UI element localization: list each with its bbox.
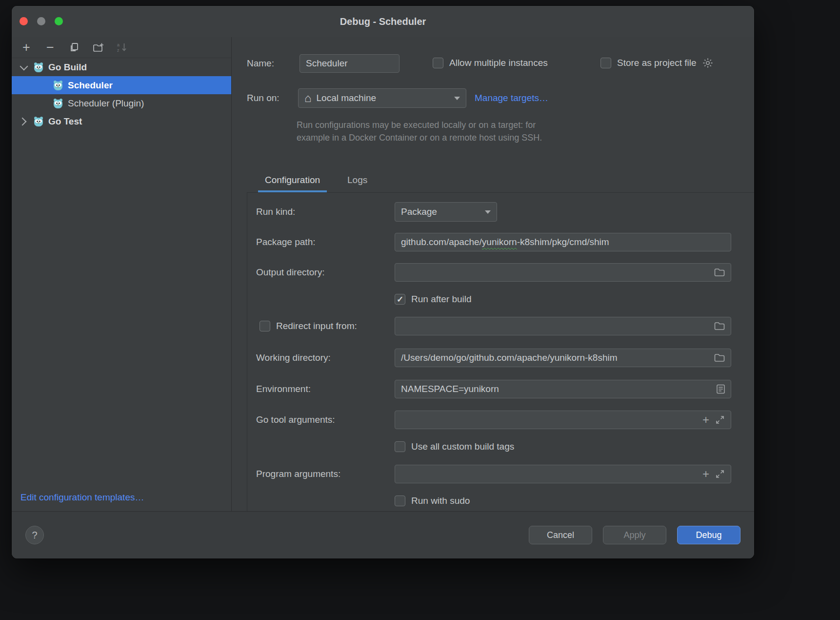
tree-group-go-test[interactable]: Go Test [12, 112, 231, 130]
use-custom-build-tags-label: Use all custom build tags [411, 441, 514, 452]
apply-button[interactable]: Apply [603, 526, 666, 544]
help-button[interactable]: ? [25, 526, 44, 544]
go-tool-arguments-label: Go tool arguments: [256, 414, 335, 425]
chevron-down-icon [485, 210, 491, 214]
program-arguments-input[interactable]: + [395, 465, 731, 483]
add-macro-icon[interactable]: + [702, 415, 709, 425]
chevron-down-icon[interactable] [20, 62, 28, 70]
package-path-suffix: -k8shim/pkg/cmd/shim [517, 237, 609, 248]
svg-text:a: a [117, 42, 120, 47]
add-configuration-icon[interactable]: + [20, 41, 32, 53]
tree-group-go-build[interactable]: Go Build [12, 58, 231, 76]
run-kind-label: Run kind: [256, 207, 295, 217]
browse-folder-icon[interactable] [714, 268, 725, 277]
home-icon: ⌂ [304, 93, 312, 103]
close-window-button[interactable] [20, 17, 28, 25]
window-title: Debug - Scheduler [340, 16, 426, 27]
zoom-window-button[interactable] [55, 17, 63, 25]
edit-configuration-templates-link[interactable]: Edit configuration templates… [20, 492, 144, 503]
run-with-sudo-label: Run with sudo [411, 496, 470, 506]
go-tool-arguments-input[interactable]: + [395, 411, 731, 429]
store-as-project-file-checkbox[interactable] [600, 58, 611, 68]
titlebar: Debug - Scheduler [12, 6, 754, 37]
environment-label: Environment: [256, 384, 311, 394]
environment-input[interactable]: NAMESPACE=yunikorn [395, 380, 731, 398]
gear-icon[interactable] [702, 58, 713, 68]
debug-button[interactable]: Debug [677, 526, 740, 544]
tree-item-label: Scheduler [68, 80, 113, 91]
redirect-input-input[interactable] [395, 317, 731, 335]
expand-field-icon[interactable] [715, 415, 725, 425]
chevron-down-icon [454, 97, 460, 100]
run-on-hint: Run configurations may be executed local… [297, 119, 542, 144]
redirect-input-row: Redirect input from: [260, 321, 357, 331]
run-with-sudo-checkbox[interactable] [395, 496, 405, 506]
allow-multiple-instances-row: Allow multiple instances [433, 58, 548, 68]
store-as-project-file-row: Store as project file [600, 58, 713, 68]
output-directory-input[interactable] [395, 263, 731, 282]
tab-logs[interactable]: Logs [340, 169, 374, 192]
configuration-form: Run kind: Package Package path: github.c… [247, 192, 754, 512]
redirect-input-checkbox[interactable] [260, 321, 270, 331]
allow-multiple-instances-label: Allow multiple instances [449, 58, 548, 68]
tree-item-label: Scheduler (Plugin) [68, 98, 144, 109]
svg-text:z: z [117, 48, 120, 53]
debug-configuration-dialog: Debug - Scheduler + − az [12, 6, 754, 558]
run-kind-value: Package [401, 207, 437, 217]
configuration-editor: Name: Scheduler Allow multiple instances… [232, 37, 754, 512]
run-kind-select[interactable]: Package [395, 202, 497, 222]
go-gopher-icon [53, 80, 63, 91]
tree-group-label: Go Test [48, 116, 82, 127]
tree-item-scheduler-plugin[interactable]: Scheduler (Plugin) [12, 94, 231, 112]
tree-item-scheduler[interactable]: Scheduler [12, 76, 231, 94]
dialog-body: + − az Go Build [12, 37, 754, 512]
output-directory-label: Output directory: [256, 267, 324, 278]
run-after-build-checkbox[interactable]: ✓ [395, 294, 405, 305]
run-with-sudo-row: Run with sudo [395, 496, 470, 506]
working-directory-label: Working directory: [256, 352, 331, 363]
copy-configuration-icon[interactable] [68, 41, 80, 53]
package-path-input[interactable]: github.com/apache/yunikorn-k8shim/pkg/cm… [395, 233, 731, 251]
go-gopher-icon [33, 116, 44, 127]
sort-alphabetically-icon[interactable]: az [116, 41, 128, 53]
store-as-project-file-label: Store as project file [617, 58, 697, 68]
footer-buttons: Cancel Apply Debug [529, 526, 740, 544]
expand-field-icon[interactable] [715, 469, 725, 479]
cancel-button[interactable]: Cancel [529, 526, 592, 544]
program-arguments-label: Program arguments: [256, 469, 340, 479]
chevron-right-icon[interactable] [19, 117, 27, 125]
run-after-build-label: Run after build [411, 294, 472, 305]
run-on-select[interactable]: ⌂ Local machine [298, 88, 466, 108]
check-icon: ✓ [397, 294, 403, 305]
configurations-sidebar: + − az Go Build [12, 37, 232, 512]
package-path-warn-segment: yunikorn [482, 237, 517, 248]
tab-bar: Configuration Logs [258, 169, 374, 192]
new-folder-icon[interactable] [92, 41, 104, 53]
working-directory-input[interactable]: /Users/demo/go/github.com/apache/yunikor… [395, 349, 731, 367]
remove-configuration-icon[interactable]: − [44, 41, 56, 53]
allow-multiple-instances-checkbox[interactable] [433, 58, 443, 68]
manage-targets-link[interactable]: Manage targets… [475, 93, 548, 103]
use-custom-build-tags-checkbox[interactable] [395, 441, 405, 452]
working-directory-value: /Users/demo/go/github.com/apache/yunikor… [401, 352, 618, 363]
name-input[interactable]: Scheduler [300, 54, 400, 73]
use-custom-build-tags-row: Use all custom build tags [395, 441, 514, 452]
minimize-window-button[interactable] [37, 17, 45, 25]
browse-folder-icon[interactable] [714, 322, 725, 331]
name-label: Name: [247, 58, 274, 69]
run-on-label: Run on: [247, 93, 280, 103]
browse-folder-icon[interactable] [714, 353, 725, 362]
environment-value: NAMESPACE=yunikorn [401, 384, 499, 394]
go-gopher-icon [33, 62, 44, 73]
package-path-label: Package path: [256, 237, 315, 248]
tab-configuration[interactable]: Configuration [258, 169, 327, 192]
environment-variables-icon[interactable] [717, 384, 725, 394]
add-macro-icon[interactable]: + [702, 469, 709, 479]
run-on-value: Local machine [317, 93, 377, 103]
tree-group-label: Go Build [48, 62, 87, 73]
sidebar-toolbar: + − az [12, 37, 231, 58]
dialog-footer: ? Cancel Apply Debug [12, 511, 754, 558]
go-gopher-icon [53, 98, 63, 109]
run-after-build-row: ✓ Run after build [395, 294, 472, 305]
configurations-tree: Go Build Scheduler Scheduler (Plugin) [12, 58, 231, 130]
